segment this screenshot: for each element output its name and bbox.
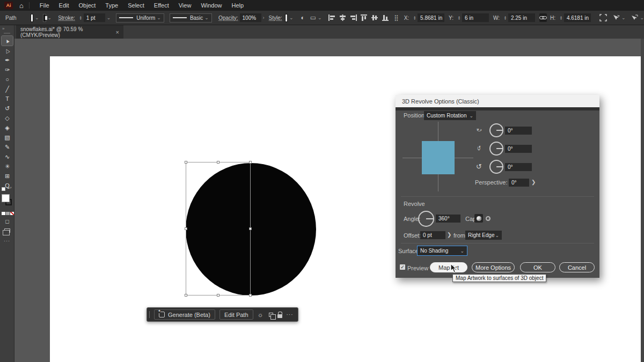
width-profile-dropdown[interactable]: Uniform⌄ — [116, 13, 164, 23]
map-art-button[interactable]: Map Art — [430, 262, 467, 272]
constrain-proportions-icon[interactable] — [539, 13, 547, 22]
gradient-tool[interactable]: ▧ — [0, 132, 14, 142]
menu-item[interactable]: Type — [100, 2, 123, 9]
chevron-down-icon[interactable]: ⌄ — [318, 15, 322, 20]
transform-icon[interactable] — [599, 14, 607, 21]
screen-mode-icon[interactable] — [4, 228, 10, 233]
edit-path-button[interactable]: Edit Path — [219, 309, 253, 320]
w-stepper[interactable]: ▲▼ — [504, 16, 507, 20]
curvature-tool[interactable]: ✑ — [0, 65, 14, 75]
menu-item[interactable]: Select — [123, 2, 149, 9]
panel-grip[interactable] — [4, 33, 10, 34]
chevron-right-icon[interactable]: › — [263, 15, 265, 20]
x-stepper[interactable]: ▲▼ — [413, 16, 416, 20]
opacity-label[interactable]: Opacity: — [218, 15, 238, 21]
gradient-mode-icon[interactable] — [6, 212, 10, 215]
selection-center-point[interactable] — [249, 227, 252, 230]
artboard-tool[interactable]: ⊞ — [0, 171, 14, 181]
rotate-tool[interactable]: ↺ — [0, 104, 14, 113]
fill-color-swatch[interactable] — [31, 14, 33, 22]
menu-item[interactable]: Object — [74, 2, 101, 9]
none-mode-icon[interactable] — [10, 212, 14, 215]
lock-icon[interactable] — [277, 314, 282, 318]
chevron-down-icon[interactable]: ⌄ — [640, 15, 644, 20]
offset-from-dropdown[interactable]: Right Edge⌄ — [465, 231, 502, 240]
offset-spinner-icon[interactable]: ❯ — [447, 232, 451, 238]
style-label[interactable]: Style: — [269, 15, 282, 21]
surface-dropdown[interactable]: No Shading⌄ — [418, 246, 467, 255]
perspective-spinner-icon[interactable]: ❯ — [531, 179, 536, 185]
rotate-z-field[interactable]: 0° — [505, 163, 532, 171]
app-logo-icon[interactable]: Ai — [4, 2, 13, 9]
pen-tool[interactable]: ✒ — [0, 55, 14, 65]
shape-builder-tool[interactable]: ◈ — [0, 123, 14, 132]
collapse-panel-icon[interactable]: » — [0, 25, 14, 31]
ok-button[interactable]: OK — [520, 262, 555, 272]
scale-tool[interactable]: ◇ — [0, 113, 14, 123]
type-tool[interactable]: T — [0, 94, 14, 104]
menu-item[interactable]: Help — [227, 2, 249, 9]
fill-box[interactable] — [2, 194, 10, 202]
offset-field[interactable]: 0 pt — [420, 231, 445, 239]
cancel-button[interactable]: Cancel — [559, 262, 595, 272]
selection-tool[interactable]: ▲ — [2, 36, 13, 46]
rotate-y-field[interactable]: 0° — [505, 145, 532, 153]
align-top-icon[interactable] — [361, 14, 368, 21]
duplicate-icon[interactable] — [269, 313, 273, 317]
line-segment-tool[interactable]: ╱ — [0, 84, 14, 94]
stroke-width-field[interactable]: 1 pt — [84, 13, 105, 22]
direct-selection-tool[interactable]: △ — [0, 46, 14, 55]
stroke-width-stepper[interactable]: ▲▼ — [79, 16, 82, 20]
more-options-button[interactable]: More Options — [472, 262, 515, 272]
close-icon[interactable]: × — [116, 29, 119, 35]
selection-handle[interactable] — [217, 294, 219, 297]
align-bottom-icon[interactable] — [382, 14, 389, 21]
w-field[interactable]: 2.25 in — [508, 13, 535, 22]
chevron-down-icon[interactable]: ⌄ — [621, 15, 626, 20]
dialog-title[interactable]: 3D Revolve Options (Classic) — [396, 95, 599, 107]
home-icon[interactable]: ⌂ — [19, 2, 24, 9]
chevron-down-icon[interactable]: ⌄ — [107, 15, 111, 20]
symbol-sprayer-tool[interactable]: ✳ — [0, 161, 14, 171]
more-options-icon[interactable]: ··· — [287, 312, 294, 317]
menu-item[interactable]: Edit — [54, 2, 74, 9]
select-similar-icon[interactable] — [612, 14, 620, 21]
menu-item[interactable]: Effect — [149, 2, 174, 9]
align-right-icon[interactable] — [350, 14, 357, 21]
selection-handle[interactable] — [249, 161, 252, 164]
h-field[interactable]: 4.6181 in — [564, 13, 591, 22]
selection-handle[interactable] — [185, 161, 187, 164]
generate-button[interactable]: Generate (Beta) — [154, 309, 215, 320]
shape-properties-icon[interactable]: ▭ — [310, 14, 316, 21]
default-fill-stroke-icon[interactable] — [2, 187, 5, 191]
h-stepper[interactable]: ▲▼ — [560, 16, 562, 20]
y-stepper[interactable]: ▲▼ — [458, 16, 460, 20]
brush-definition-dropdown[interactable]: Basic⌄ — [170, 13, 212, 23]
style-swatch[interactable] — [285, 14, 288, 22]
cap-on-button[interactable] — [474, 214, 483, 223]
swap-fill-stroke-icon[interactable]: ↩ — [8, 186, 12, 190]
selection-handle[interactable] — [185, 294, 187, 297]
vertical-scrollbar[interactable] — [641, 39, 644, 362]
color-mode-icon[interactable] — [2, 212, 5, 215]
y-field[interactable]: 6 in — [462, 13, 489, 22]
perspective-field[interactable]: 0° — [509, 179, 529, 187]
angle-dial[interactable] — [418, 211, 434, 227]
reference-point-icon[interactable]: ⣿ — [394, 15, 399, 21]
stroke-color-swatch[interactable] — [43, 14, 46, 22]
taskbar-drag-handle[interactable] — [149, 311, 150, 318]
rotate-y-dial[interactable] — [489, 142, 503, 156]
preview-checkbox[interactable]: ✓ — [400, 264, 405, 270]
rotate-z-dial[interactable] — [489, 160, 503, 174]
track-cube-face[interactable] — [422, 141, 455, 174]
position-dropdown[interactable]: Custom Rotation⌄ — [424, 111, 476, 120]
selection-handle[interactable] — [185, 227, 187, 230]
opacity-field[interactable]: 100% — [240, 13, 261, 22]
align-left-icon[interactable] — [328, 14, 335, 21]
menu-item[interactable]: Window — [196, 2, 226, 9]
cap-off-button[interactable] — [484, 214, 492, 223]
generative-settings-icon[interactable]: ☼ — [258, 312, 264, 318]
selection-handle[interactable] — [249, 294, 252, 297]
eyedropper-tool[interactable]: ✎ — [0, 142, 14, 152]
align-center-vertical-icon[interactable] — [371, 14, 378, 21]
